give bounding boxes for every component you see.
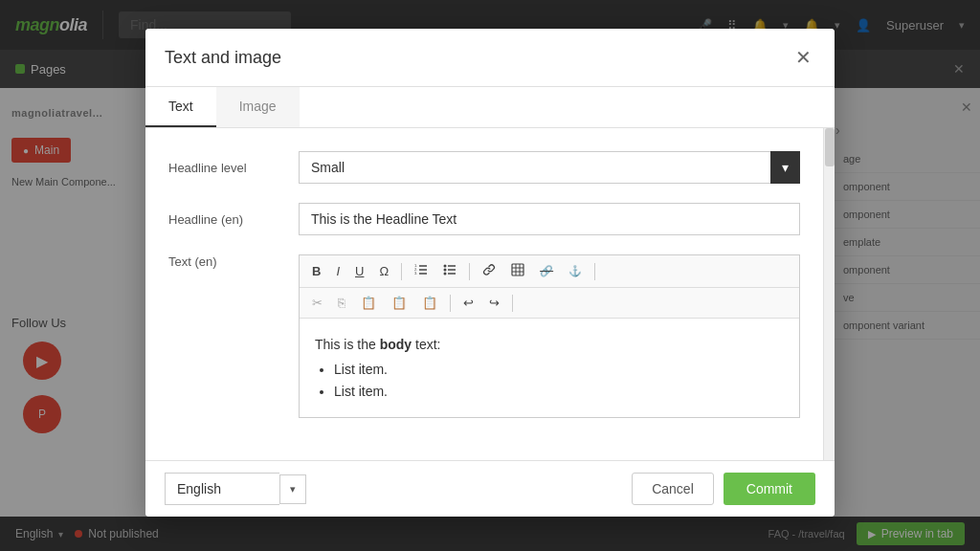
headline-level-label: Headline level bbox=[168, 161, 283, 175]
toolbar-separator-3 bbox=[594, 263, 595, 280]
language-display: English bbox=[165, 473, 279, 505]
rte-toolbar-2: ✂ ⎘ 📋 📋 📋 ↩ ↪ bbox=[300, 288, 799, 319]
paste-button[interactable]: 📋 bbox=[354, 292, 383, 314]
modal-footer: English ▾ Cancel Commit bbox=[145, 460, 835, 517]
redo-button[interactable]: ↪ bbox=[482, 292, 506, 314]
headline-level-control: Small ▾ bbox=[299, 151, 800, 184]
headline-level-dropdown-btn[interactable]: ▾ bbox=[770, 151, 800, 184]
modal-header: Text and image ✕ bbox=[145, 29, 835, 87]
headline-level-value: Small bbox=[299, 151, 770, 184]
svg-point-8 bbox=[444, 273, 447, 276]
modal-scroll-thumb[interactable] bbox=[825, 128, 835, 166]
special-char-button[interactable]: Ω bbox=[372, 260, 395, 282]
paste-text-button[interactable]: 📋 bbox=[385, 292, 413, 314]
footer-actions: Cancel Commit bbox=[632, 473, 815, 505]
paste-word-button[interactable]: 📋 bbox=[415, 292, 444, 314]
tab-image[interactable]: Image bbox=[216, 87, 300, 127]
svg-point-7 bbox=[444, 269, 447, 272]
tab-text[interactable]: Text bbox=[145, 87, 216, 127]
headline-en-input[interactable] bbox=[299, 203, 800, 235]
list-item-2: List item. bbox=[334, 381, 784, 402]
headline-level-row: Headline level Small ▾ bbox=[168, 151, 800, 184]
ordered-list-button[interactable]: 1.2.3. bbox=[408, 259, 434, 283]
modal-tabs: Text Image bbox=[145, 87, 835, 128]
unlink-button[interactable]: 🔗 bbox=[533, 261, 560, 281]
text-and-image-modal: Text and image ✕ Text Image Headline lev… bbox=[145, 29, 835, 517]
anchor-button[interactable]: ⚓ bbox=[562, 261, 589, 281]
undo-button[interactable]: ↩ bbox=[457, 292, 480, 314]
underline-button[interactable]: U bbox=[348, 260, 370, 282]
link-button[interactable] bbox=[476, 259, 502, 283]
language-selector: English ▾ bbox=[165, 473, 306, 505]
text-en-row: Text (en) B I U Ω 1.2.3. bbox=[168, 254, 800, 418]
toolbar-separator-1 bbox=[401, 263, 402, 280]
toolbar-separator-4 bbox=[450, 295, 451, 312]
bold-button[interactable]: B bbox=[305, 260, 327, 282]
text-en-label: Text (en) bbox=[168, 254, 283, 269]
rte-content[interactable]: This is the body text: List item. List i… bbox=[300, 319, 799, 417]
toolbar-separator-2 bbox=[469, 263, 470, 280]
modal-body-wrapper: Headline level Small ▾ Headline (en) Tex… bbox=[145, 128, 835, 460]
modal-overlay: Text and image ✕ Text Image Headline lev… bbox=[0, 0, 980, 551]
svg-text:3.: 3. bbox=[414, 271, 417, 276]
language-dropdown-button[interactable]: ▾ bbox=[279, 474, 306, 504]
cut-button[interactable]: ✂ bbox=[305, 292, 329, 314]
svg-rect-12 bbox=[512, 264, 523, 276]
modal-body: Headline level Small ▾ Headline (en) Tex… bbox=[145, 128, 823, 460]
commit-button[interactable]: Commit bbox=[724, 473, 815, 505]
rich-text-editor: B I U Ω 1.2.3. bbox=[299, 254, 800, 418]
table-button[interactable] bbox=[504, 259, 531, 283]
cancel-button[interactable]: Cancel bbox=[632, 473, 714, 505]
modal-scroll-track bbox=[823, 128, 835, 460]
modal-close-button[interactable]: ✕ bbox=[791, 44, 815, 71]
modal-title: Text and image bbox=[165, 48, 281, 68]
toolbar-separator-5 bbox=[512, 295, 513, 312]
list-item-1: List item. bbox=[334, 359, 784, 380]
italic-button[interactable]: I bbox=[329, 260, 346, 282]
unordered-list-button[interactable] bbox=[436, 259, 463, 283]
headline-en-control bbox=[299, 203, 800, 235]
headline-en-label: Headline (en) bbox=[168, 212, 283, 227]
copy-button[interactable]: ⎘ bbox=[331, 292, 352, 314]
svg-point-6 bbox=[444, 265, 447, 268]
headline-en-row: Headline (en) bbox=[168, 203, 800, 235]
rte-toolbar: B I U Ω 1.2.3. bbox=[300, 255, 799, 288]
